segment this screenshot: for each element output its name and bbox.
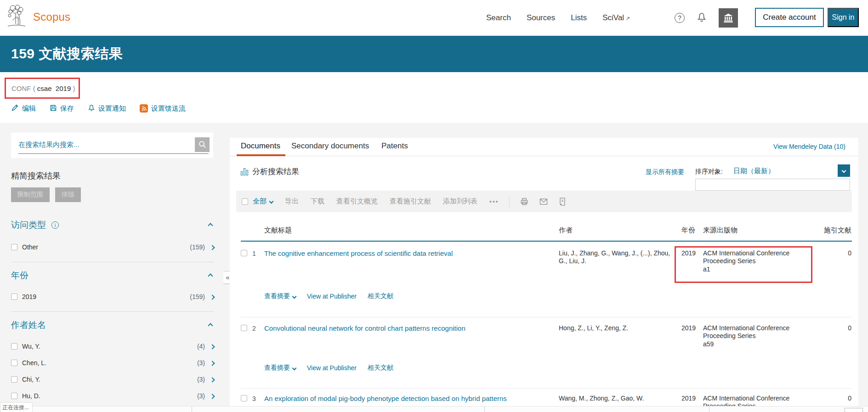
select-all-dropdown[interactable]: 全部	[253, 197, 273, 206]
nav-search[interactable]: Search	[486, 13, 511, 23]
nav-sources[interactable]: Sources	[527, 13, 555, 23]
chevron-right-icon[interactable]	[210, 359, 214, 367]
more-options-button[interactable]: •••	[489, 198, 499, 205]
pencil-icon	[11, 104, 19, 113]
facet-access-type-header: 访问类型 i	[11, 220, 214, 231]
scopus-logo[interactable]: Scopus	[6, 4, 70, 30]
exclude-button[interactable]: 排除	[55, 187, 81, 202]
view-abstract-link[interactable]: 查看摘要	[264, 364, 296, 372]
row-source[interactable]: ACM International Conference Proceeding …	[703, 324, 802, 348]
author-wu-checkbox[interactable]	[11, 343, 17, 350]
chevron-right-icon[interactable]	[210, 392, 214, 400]
email-icon[interactable]	[539, 198, 548, 206]
search-icon	[198, 140, 206, 150]
other-checkbox[interactable]	[11, 244, 17, 250]
add-to-list-button[interactable]: 添加到列表	[443, 197, 477, 206]
author-chen-checkbox[interactable]	[11, 360, 17, 366]
year-2019-checkbox[interactable]	[11, 293, 17, 300]
facet-item-author: Chen, L. (3)	[11, 358, 214, 367]
notification-bell-icon[interactable]	[697, 11, 707, 24]
document-title-link[interactable]: An exploration of modal pig-body phenoty…	[264, 395, 507, 402]
citation-overview-button[interactable]: 查看引文概览	[336, 197, 378, 206]
row-checkbox[interactable]	[241, 250, 247, 256]
row-cited-by-count[interactable]: 0	[848, 249, 851, 257]
facet-year-header: 年份	[11, 270, 214, 281]
view-cited-by-button[interactable]: 查看施引文献	[390, 197, 431, 206]
view-at-publisher-link[interactable]: View at Publisher	[307, 293, 357, 300]
facet-item-author: Wu, Y. (4)	[11, 342, 214, 351]
row-action-links: 查看摘要 View at Publisher 相关文献	[264, 292, 393, 300]
view-abstract-link[interactable]: 查看摘要	[264, 292, 296, 300]
download-button[interactable]: 下载	[311, 197, 324, 206]
row-source-id: a1	[703, 265, 802, 273]
row-authors[interactable]: Wang, M., Zhong, Z., Gao, W.	[559, 395, 674, 402]
view-mendeley-data-link[interactable]: View Mendeley Data (10)	[773, 143, 845, 150]
search-submit-button[interactable]	[195, 137, 210, 152]
collapse-author-chevron[interactable]	[209, 321, 214, 329]
set-feed-link[interactable]: 设置馈送流	[140, 104, 186, 113]
col-header-cited-by[interactable]: 施引文献	[824, 226, 851, 235]
header-icons: ?	[675, 0, 738, 36]
col-header-year[interactable]: 年份	[681, 226, 695, 235]
results-toolbar: 全部 导出 下载 查看引文概览 查看施引文献 添加到列表 •••	[236, 191, 852, 212]
row-cited-by-count[interactable]: 0	[848, 395, 851, 402]
row-authors[interactable]: Hong, Z., Li, Y., Zeng, Z.	[559, 324, 674, 332]
author-chi-checkbox[interactable]	[11, 376, 17, 383]
bottom-strip	[0, 406, 868, 412]
row-authors[interactable]: Liu, J., Zhang, G., Wang, J., (...), Zho…	[559, 249, 674, 265]
author-hu-checkbox[interactable]	[11, 393, 17, 399]
facet-item-author: Chi, Y. (3)	[11, 375, 214, 384]
row-cited-by-count[interactable]: 0	[848, 324, 851, 332]
save-to-pdf-icon[interactable]	[558, 197, 567, 206]
related-documents-link[interactable]: 相关文献	[368, 292, 393, 300]
collapse-access-type-chevron[interactable]	[209, 221, 214, 229]
print-icon[interactable]	[520, 197, 529, 206]
view-at-publisher-link[interactable]: View at Publisher	[307, 364, 357, 372]
search-query-text[interactable]: CONF ( csae 2019 )	[11, 85, 75, 92]
document-title-link[interactable]: Convolutional neural network for control…	[264, 324, 465, 332]
chevron-right-icon[interactable]	[210, 293, 214, 300]
row-separator	[241, 317, 852, 317]
tab-patents[interactable]: Patents	[381, 141, 408, 151]
results-banner: 159 文献搜索结果	[0, 36, 868, 72]
save-link[interactable]: 保存	[50, 104, 74, 113]
col-header-source[interactable]: 来源出版物	[703, 226, 738, 235]
sort-value[interactable]: 日期（最新）	[733, 167, 775, 175]
row-number: 1	[252, 250, 256, 257]
col-header-title[interactable]: 文献标题	[264, 226, 292, 235]
refine-results-title: 精简搜索结果	[11, 170, 61, 181]
set-alert-link[interactable]: 设置通知	[88, 104, 126, 113]
analyze-results-link[interactable]: 分析搜索结果	[241, 166, 299, 177]
help-icon[interactable]: ?	[675, 13, 685, 23]
refine-buttons: 限制范围 排除	[11, 187, 81, 202]
chevron-up-icon	[208, 323, 213, 328]
show-all-abstracts-link[interactable]: 显示所有摘要	[646, 168, 684, 176]
chevron-right-icon[interactable]	[210, 376, 214, 383]
info-icon[interactable]: i	[51, 221, 59, 229]
collapse-year-chevron[interactable]	[209, 271, 214, 280]
col-header-authors[interactable]: 作者	[559, 226, 573, 235]
row-checkbox[interactable]	[241, 325, 247, 331]
tab-secondary-documents[interactable]: Secondary documents	[291, 141, 369, 151]
nav-scival[interactable]: SciVal↗	[602, 13, 630, 23]
chevron-right-icon[interactable]	[210, 343, 214, 350]
chevron-right-icon[interactable]	[210, 243, 214, 251]
sort-dropdown-button[interactable]	[838, 164, 850, 177]
save-floppy-icon	[50, 104, 57, 113]
document-title-link[interactable]: The cognitive enhancement process of sci…	[264, 249, 453, 257]
create-account-button[interactable]: Create account	[755, 8, 824, 27]
row-checkbox[interactable]	[241, 395, 247, 401]
related-documents-link[interactable]: 相关文献	[368, 364, 393, 372]
edit-link[interactable]: 编辑	[11, 104, 36, 113]
row-source[interactable]: ACM International Conference Proceeding …	[703, 249, 802, 273]
nav-lists[interactable]: Lists	[571, 13, 587, 23]
search-within-results-input[interactable]	[18, 137, 193, 151]
active-tab-underline	[237, 154, 285, 156]
sort-by-label: 排序对象:	[695, 168, 723, 176]
tab-documents[interactable]: Documents	[241, 141, 280, 151]
limit-to-button[interactable]: 限制范围	[11, 187, 50, 202]
export-button[interactable]: 导出	[285, 197, 299, 206]
select-all-checkbox[interactable]	[242, 198, 248, 205]
sign-in-button[interactable]: Sign in	[828, 8, 859, 27]
institution-icon[interactable]	[719, 8, 738, 28]
